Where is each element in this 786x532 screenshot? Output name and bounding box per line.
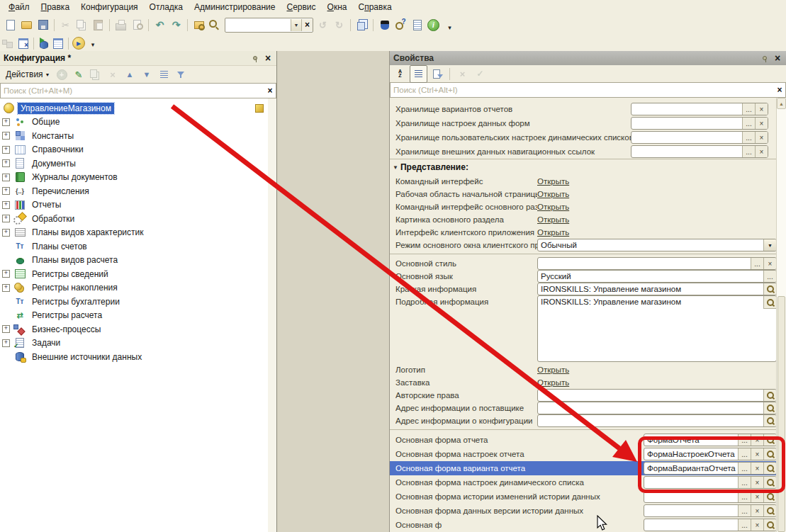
- sort-button[interactable]: [156, 67, 172, 83]
- tree-item[interactable]: +Документы: [0, 157, 268, 171]
- magnifier-button[interactable]: [763, 448, 776, 460]
- tree-item-root[interactable]: УправлениеМагазином: [0, 101, 268, 115]
- property-row[interactable]: Краткая информацияIRONSKILLS: Управление…: [390, 283, 777, 295]
- configuration-window-button[interactable]: [16, 36, 30, 50]
- property-row[interactable]: Основной языкРусский...: [390, 270, 777, 283]
- scroll-up-icon[interactable]: ▲: [777, 98, 786, 109]
- clear-search-icon[interactable]: ×: [774, 85, 785, 95]
- property-row[interactable]: Основная форма отчетаФормаОтчета...×: [390, 433, 777, 447]
- magnifier-button[interactable]: [763, 390, 776, 401]
- clear-button[interactable]: ×: [755, 118, 768, 129]
- property-row[interactable]: Основной стиль...×: [390, 257, 777, 270]
- menu-item-1[interactable]: Правка: [35, 1, 76, 13]
- tree-item[interactable]: +Регистры накопления: [0, 281, 268, 295]
- magnifier-button[interactable]: [763, 519, 776, 531]
- clear-button[interactable]: ×: [751, 463, 763, 474]
- toolbar2-more-button[interactable]: ▾: [86, 36, 100, 50]
- property-row[interactable]: Хранилище вариантов отчетов...×: [390, 102, 777, 116]
- open-link[interactable]: Открыть: [537, 366, 569, 374]
- magnifier-button[interactable]: [763, 477, 776, 488]
- tree-item[interactable]: +Планы видов характеристик: [0, 226, 268, 240]
- property-row[interactable]: ЛоготипОткрыть: [390, 363, 777, 376]
- expand-icon[interactable]: +: [2, 201, 10, 209]
- open-link[interactable]: Открыть: [537, 378, 569, 387]
- magnifier-button[interactable]: [763, 415, 776, 426]
- table-options-button[interactable]: [51, 36, 65, 50]
- property-value-field[interactable]: ...×: [644, 504, 777, 517]
- property-row[interactable]: Основная форма истории изменений истории…: [390, 489, 777, 504]
- expand-icon[interactable]: +: [2, 146, 10, 154]
- magnifier-button[interactable]: [763, 296, 776, 309]
- clear-button[interactable]: ×: [751, 477, 763, 488]
- tree-item[interactable]: +Задачи: [0, 336, 268, 351]
- property-row[interactable]: Адрес информации о поставщике: [390, 402, 777, 414]
- properties-search-input[interactable]: [391, 84, 774, 96]
- property-row[interactable]: Основная форма настроек динамического сп…: [390, 475, 777, 489]
- clear-button[interactable]: ×: [751, 505, 763, 516]
- menu-item-0[interactable]: Файл: [3, 1, 35, 13]
- scrollbar-thumb[interactable]: [777, 296, 785, 532]
- property-value-field[interactable]: [537, 414, 777, 427]
- move-up-button[interactable]: ▲: [122, 67, 138, 83]
- tree-item[interactable]: Внешние источники данных: [0, 350, 268, 364]
- find-button[interactable]: [207, 17, 223, 33]
- property-row[interactable]: Адрес информации о конфигурации: [390, 414, 777, 427]
- dropdown-button[interactable]: ▼: [763, 239, 776, 251]
- property-row[interactable]: Основная форма настроек отчетаФормаНастр…: [390, 447, 777, 461]
- property-row[interactable]: Хранилище настроек данных форм...×: [390, 116, 777, 130]
- category-view-button[interactable]: [410, 65, 427, 83]
- expand-icon[interactable]: +: [2, 174, 10, 181]
- tree-item[interactable]: +Общие: [0, 115, 268, 130]
- find-in-files-button[interactable]: [191, 17, 207, 33]
- pin-icon[interactable]: [250, 53, 260, 63]
- property-value-field[interactable]: ...×: [644, 490, 777, 503]
- property-row[interactable]: Подробная информацияIRONSKILLS: Управлен…: [390, 295, 777, 363]
- pin-icon[interactable]: [760, 53, 770, 63]
- tree-item[interactable]: ТтПланы счетов: [0, 239, 268, 254]
- expand-icon[interactable]: +: [2, 215, 10, 222]
- tree-item[interactable]: +Справочники: [0, 143, 268, 157]
- property-value-field[interactable]: ...×: [631, 131, 768, 144]
- clear-button[interactable]: ×: [755, 132, 768, 143]
- expand-icon[interactable]: +: [2, 132, 10, 140]
- filter-button[interactable]: [173, 67, 189, 83]
- more-buttons-button[interactable]: ▾: [442, 17, 458, 33]
- close-icon[interactable]: ×: [263, 53, 273, 63]
- search-combo-input[interactable]: [225, 20, 291, 30]
- tree-item[interactable]: +Бизнес-процессы: [0, 322, 268, 336]
- property-value-field[interactable]: ...×: [631, 145, 768, 158]
- tree-item[interactable]: +Константы: [0, 129, 268, 143]
- property-row[interactable]: Основная форма данных версии истории дан…: [390, 504, 777, 518]
- ellipsis-button[interactable]: ...: [738, 491, 751, 502]
- sort-alphabet-button[interactable]: [392, 66, 408, 82]
- expand-icon[interactable]: +: [2, 187, 10, 195]
- open-module-button[interactable]: [409, 17, 425, 33]
- property-row[interactable]: Командный интерфейс основного разделаОтк…: [390, 200, 777, 213]
- open-link[interactable]: Открыть: [537, 177, 569, 186]
- clear-button[interactable]: ×: [751, 434, 763, 446]
- edit-button[interactable]: ✎: [71, 67, 87, 83]
- property-row[interactable]: Режим основного окна клиентского приложе…: [390, 239, 777, 251]
- ellipsis-button[interactable]: ...: [751, 258, 763, 269]
- magnifier-button[interactable]: [763, 402, 776, 414]
- open-link[interactable]: Открыть: [537, 190, 569, 198]
- property-value-field[interactable]: IRONSKILLS: Управление магазином: [537, 295, 777, 362]
- undo-button[interactable]: ↶: [152, 17, 168, 33]
- magnifier-button[interactable]: [763, 491, 776, 502]
- filter-properties-button[interactable]: [429, 66, 445, 82]
- open-link[interactable]: Открыть: [537, 203, 569, 211]
- update-db-config-button[interactable]: [37, 36, 51, 50]
- property-row[interactable]: Рабочая область начальной страницыОткрыт…: [390, 188, 777, 200]
- vertical-scrollbar[interactable]: ▲: [776, 98, 786, 532]
- save-button[interactable]: [35, 17, 51, 33]
- expand-icon[interactable]: +: [2, 118, 10, 126]
- menu-item-3[interactable]: Отладка: [144, 1, 189, 13]
- property-row[interactable]: Интерфейс клиентского приложенияОткрыть: [390, 226, 777, 239]
- property-value-field[interactable]: ...×: [631, 117, 768, 130]
- property-value-field[interactable]: ...×: [537, 257, 777, 270]
- expand-icon[interactable]: +: [2, 284, 10, 292]
- ellipsis-button[interactable]: ...: [742, 146, 755, 157]
- menu-item-6[interactable]: Окна: [322, 1, 353, 13]
- clear-search-icon[interactable]: ×: [264, 86, 276, 96]
- ellipsis-button[interactable]: ...: [738, 448, 751, 460]
